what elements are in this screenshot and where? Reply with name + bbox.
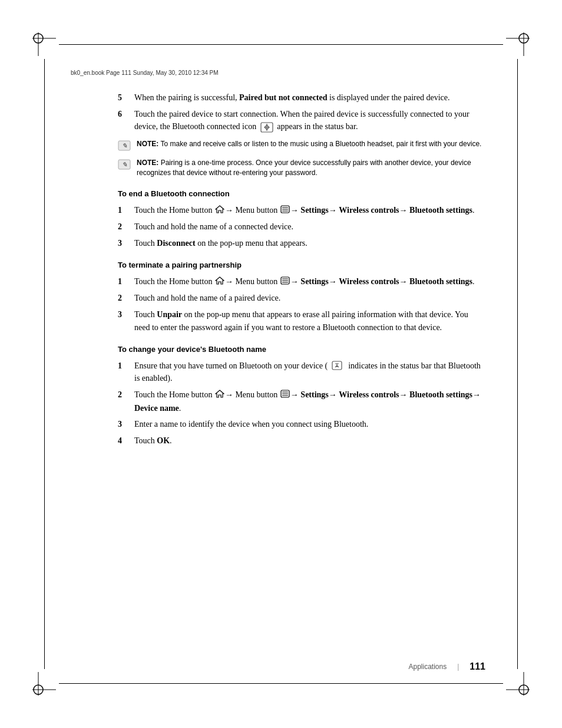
home-button-icon-3: [215, 389, 224, 402]
terminate-step-1: 1 Touch the Home button → Menu button → …: [118, 275, 485, 289]
menu-button-icon-3: [280, 389, 290, 402]
svg-marker-30: [216, 390, 224, 397]
change-name-step-3-num: 3: [118, 418, 134, 431]
note-1-icon: ✎: [118, 140, 133, 153]
note-1-text: NOTE: To make and receive calls or liste…: [137, 139, 481, 149]
step-5-num: 5: [118, 91, 134, 104]
end-bt-step-2-text: Touch and hold the name of a connected d…: [134, 220, 485, 233]
change-name-step-2-text: Touch the Home button → Menu button → Se…: [134, 388, 485, 414]
section-terminate-heading: To terminate a pairing partnership: [118, 261, 485, 269]
end-bt-step-3: 3 Touch Disconnect on the pop-up menu th…: [118, 237, 485, 250]
terminate-step-1-text: Touch the Home button → Menu button → Se…: [134, 275, 485, 289]
svg-text:✎: ✎: [122, 142, 127, 149]
section-end-bluetooth-heading: To end a Bluetooth connection: [118, 189, 485, 198]
footer-separator: |: [457, 663, 459, 671]
section-change-name-heading: To change your device's Bluetooth name: [118, 345, 485, 354]
terminate-step-2: 2 Touch and hold the name of a paired de…: [118, 292, 485, 305]
vline-left: [44, 59, 45, 669]
vline-right: [517, 59, 518, 669]
menu-button-icon-1: [280, 205, 290, 218]
change-name-step-3-text: Enter a name to identify the device when…: [134, 418, 485, 431]
terminate-step-3-num: 3: [118, 308, 134, 334]
terminate-step-2-text: Touch and hold the name of a paired devi…: [134, 292, 485, 305]
change-name-step-1-num: 1: [118, 360, 134, 385]
end-bt-step-1-num: 1: [118, 204, 134, 218]
note-2-text: NOTE: Pairing is a one-time process. Onc…: [137, 158, 485, 179]
main-content: 5 When the pairing is successful, Paired…: [118, 91, 485, 651]
corner-mark-br: [506, 672, 530, 696]
step-6-text: Touch the paired device to start connect…: [134, 108, 485, 133]
corner-mark-bl: [32, 672, 56, 696]
step-5-text: When the pairing is successful, Paired b…: [134, 91, 485, 104]
change-name-step-4-text: Touch OK.: [134, 434, 485, 447]
bluetooth-enabled-icon: [332, 361, 345, 371]
note-2-icon: ✎: [118, 159, 133, 172]
end-bt-step-1-text: Touch the Home button → Menu button → Se…: [134, 204, 485, 218]
header-bar: bk0_en.book Page 111 Sunday, May 30, 201…: [71, 70, 491, 76]
end-bt-step-2: 2 Touch and hold the name of a connected…: [118, 220, 485, 233]
end-bt-step-2-num: 2: [118, 220, 134, 233]
svg-marker-19: [216, 206, 224, 213]
change-name-step-1-text: Ensure that you have turned on Bluetooth…: [134, 360, 485, 385]
hline-bottom: [59, 683, 503, 684]
step-6: 6 Touch the paired device to start conne…: [118, 108, 485, 133]
page-footer: Applications | 111: [0, 661, 485, 672]
hline-top: [59, 44, 503, 45]
home-button-icon-2: [215, 276, 224, 289]
svg-text:✎: ✎: [122, 161, 127, 168]
note-1: ✎ NOTE: To make and receive calls or lis…: [118, 139, 485, 153]
corner-mark-tr: [506, 32, 530, 56]
home-button-icon-1: [215, 205, 224, 218]
svg-marker-24: [216, 277, 224, 284]
end-bt-step-1: 1 Touch the Home button → Menu button → …: [118, 204, 485, 218]
note-2: ✎ NOTE: Pairing is a one-time process. O…: [118, 158, 485, 179]
terminate-step-3: 3 Touch Unpair on the pop-up menu that a…: [118, 308, 485, 334]
change-name-step-4-num: 4: [118, 434, 134, 447]
change-name-step-4: 4 Touch OK.: [118, 434, 485, 447]
change-name-step-2-num: 2: [118, 388, 134, 414]
header-text: bk0_en.book Page 111 Sunday, May 30, 201…: [71, 70, 219, 76]
corner-mark-tl: [32, 32, 56, 56]
change-name-step-2: 2 Touch the Home button → Menu button → …: [118, 388, 485, 414]
end-bt-step-3-num: 3: [118, 237, 134, 250]
step-6-num: 6: [118, 108, 134, 133]
change-name-step-1: 1 Ensure that you have turned on Bluetoo…: [118, 360, 485, 385]
terminate-step-3-text: Touch Unpair on the pop-up menu that app…: [134, 308, 485, 334]
step-5: 5 When the pairing is successful, Paired…: [118, 91, 485, 104]
terminate-step-1-num: 1: [118, 275, 134, 289]
bluetooth-connected-icon: [260, 122, 273, 133]
page-number: 111: [470, 661, 485, 672]
change-name-step-3: 3 Enter a name to identify the device wh…: [118, 418, 485, 431]
menu-button-icon-2: [280, 276, 290, 289]
footer-label: Applications: [408, 663, 447, 671]
end-bt-step-3-text: Touch Disconnect on the pop-up menu that…: [134, 237, 485, 250]
terminate-step-2-num: 2: [118, 292, 134, 305]
